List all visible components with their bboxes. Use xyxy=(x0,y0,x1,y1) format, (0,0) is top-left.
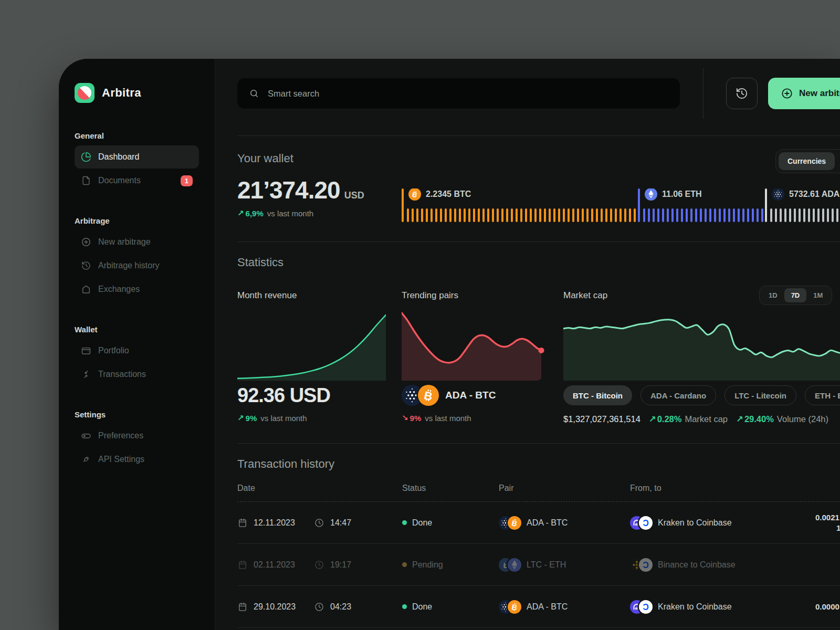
segment-divider xyxy=(638,188,640,222)
btc-coin-icon: B xyxy=(508,516,521,530)
pair-label: ADA - BTC xyxy=(527,518,568,528)
history-icon xyxy=(735,87,749,100)
allocation-bar xyxy=(605,208,607,222)
allocation-bar xyxy=(449,208,452,222)
allocation-bar xyxy=(591,208,593,222)
route-label: Kraken to Coinbase xyxy=(658,602,732,612)
transaction-row[interactable]: 02.11.202319:17PendingŁLTC - ETHCBinance… xyxy=(237,544,840,586)
sidebar-section: GeneralDashboardDocuments1 xyxy=(75,131,199,192)
sidebar-item-exchanges[interactable]: Exchanges xyxy=(75,278,199,301)
range-option-1d[interactable]: 1D xyxy=(762,288,784,302)
history-button[interactable] xyxy=(726,78,758,109)
allocation-bar xyxy=(572,208,574,222)
segment-divider xyxy=(402,188,404,222)
transaction-status: Done xyxy=(402,518,499,528)
segment-divider xyxy=(765,188,767,222)
statistics-section-title: Statistics xyxy=(237,256,840,269)
coinbase-coin-icon: C xyxy=(639,516,653,530)
sidebar-item-api-settings[interactable]: API Settings xyxy=(75,448,199,471)
btc-coin-icon: B xyxy=(508,600,521,614)
pair-pill-btc[interactable]: BTC - Bitcoin xyxy=(563,385,632,405)
allocation-bar xyxy=(671,208,674,222)
pair-label: LTC - ETH xyxy=(527,560,566,570)
sidebar-item-label: Exchanges xyxy=(98,285,140,294)
market-cap-stats: $1,327,027,361,514 ↗ 0.28% Market cap ↗ … xyxy=(563,414,840,424)
pair-pill-eth[interactable]: ETH - Ethereum xyxy=(805,385,840,405)
wallet-view-option-exchanges[interactable]: Exchanges xyxy=(835,152,840,170)
allocation-bar xyxy=(757,208,759,222)
range-option-1m[interactable]: 1M xyxy=(806,288,830,302)
allocation-bar xyxy=(511,208,513,222)
sidebar-item-label: Documents xyxy=(98,176,141,185)
new-arbitrage-button[interactable]: New arbitrage xyxy=(768,78,840,109)
status-dot xyxy=(402,604,407,609)
sidebar-item-portfolio[interactable]: Portfolio xyxy=(75,339,199,362)
sidebar-item-dashboard[interactable]: Dashboard xyxy=(75,145,199,169)
calendar-icon xyxy=(237,560,248,570)
amount-line: 0.0021 xyxy=(815,513,840,522)
topbar-divider xyxy=(703,68,704,119)
amount-line: 0.0000 xyxy=(815,602,840,611)
allocation-bar xyxy=(686,208,688,222)
allocation-bar xyxy=(643,208,645,222)
amount-line: 1 xyxy=(836,523,840,532)
wallet-summary: 21’374.20USD ↗ 6,9% vs last month B2.234… xyxy=(237,178,840,234)
allocation-bar xyxy=(487,208,489,222)
sidebar-item-label: Transactions xyxy=(98,370,146,379)
route-label: Binance to Coinbase xyxy=(658,560,736,570)
allocation-bar xyxy=(412,208,414,222)
allocation-bar xyxy=(789,208,791,222)
topbar: New arbitrage xyxy=(237,78,840,109)
pie-chart-icon xyxy=(81,152,91,162)
allocation-bar xyxy=(492,208,494,222)
search-bar[interactable] xyxy=(237,78,680,109)
exchange-icons: C xyxy=(630,558,653,572)
wallet-allocation-bars: B2.2345 BTC11.06 ETH5732.61 ADA xyxy=(402,188,840,222)
allocation-bar xyxy=(601,208,603,222)
allocation-bar xyxy=(421,208,423,222)
wallet-icon xyxy=(81,345,91,356)
sidebar-item-arbitrage-history[interactable]: Arbitrage history xyxy=(75,254,199,277)
transaction-route: CKraken to Coinbase xyxy=(630,516,803,530)
allocation-bar xyxy=(534,208,537,222)
sidebar-item-transactions[interactable]: Transactions xyxy=(75,363,199,386)
separator xyxy=(237,443,840,444)
allocation-bar xyxy=(709,208,711,222)
sidebar-item-new-arbitrage[interactable]: New arbitrage xyxy=(75,230,199,254)
allocation-bar xyxy=(568,208,570,222)
search-icon xyxy=(249,88,259,99)
sidebar-section: WalletPortfolioTransactions xyxy=(75,325,199,386)
allocation-bar xyxy=(407,208,409,222)
allocation-bar xyxy=(761,208,763,222)
allocation-bar xyxy=(440,208,442,222)
btc-coin-icon: B xyxy=(418,385,439,406)
market-cap-value: $1,327,027,361,514 xyxy=(563,414,640,424)
allocation-bar xyxy=(624,208,626,222)
allocation-bar xyxy=(822,208,824,222)
statistics-grid: Month revenue 92.36 USD ↗ 9% vs last mon… xyxy=(237,290,840,424)
sidebar-item-preferences[interactable]: Preferences xyxy=(75,424,199,447)
sidebar-section-label: General xyxy=(75,131,199,140)
svg-text:C: C xyxy=(643,519,648,528)
allocation-bar xyxy=(530,208,532,222)
transaction-row[interactable]: 12.11.202314:47DoneBADA - BTCCKraken to … xyxy=(237,502,840,544)
sidebar-section-label: Wallet xyxy=(75,325,199,334)
wallet-view-option-currencies[interactable]: Currencies xyxy=(779,152,835,170)
transaction-row[interactable]: 29.10.202304:23DoneBADA - BTCCKraken to … xyxy=(237,586,840,628)
allocation-bar xyxy=(723,208,726,222)
search-input[interactable] xyxy=(267,88,668,99)
sidebar: Arbitra GeneralDashboardDocuments1Arbitr… xyxy=(59,59,215,630)
plus-circle-icon xyxy=(781,87,793,100)
pair-pill-ada[interactable]: ADA - Cardano xyxy=(640,385,716,405)
pair-pill-ltc[interactable]: LTC - Litecoin xyxy=(724,385,796,405)
transaction-date: 12.11.2023 xyxy=(237,518,314,528)
sidebar-item-label: New arbitrage xyxy=(98,237,151,247)
history-icon xyxy=(81,260,91,271)
allocation-bar xyxy=(648,208,650,222)
transaction-date: 29.10.2023 xyxy=(237,602,314,612)
range-option-7d[interactable]: 7D xyxy=(784,288,807,302)
allocation-bar xyxy=(459,208,461,222)
allocation-bar xyxy=(544,208,546,222)
allocation-bar xyxy=(426,208,428,222)
sidebar-item-documents[interactable]: Documents1 xyxy=(75,169,199,192)
